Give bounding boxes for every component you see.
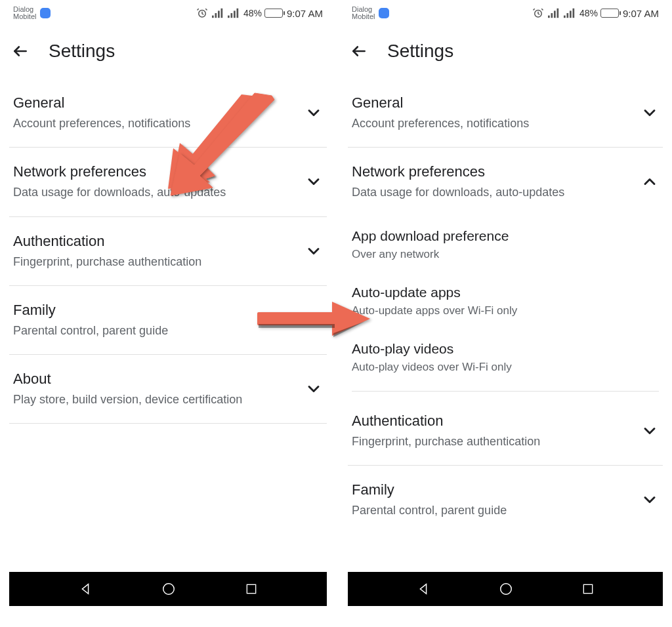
svg-rect-11 [247, 584, 255, 593]
battery-percent-label: 48% [243, 8, 262, 18]
chevron-down-icon [304, 242, 323, 260]
nav-home-icon[interactable] [161, 582, 176, 596]
subtitle-label: Fingerprint, purchase authentication [13, 254, 304, 270]
title-label: Family [13, 302, 304, 319]
svg-rect-16 [556, 9, 558, 18]
chevron-down-icon [304, 172, 323, 191]
signal-icon [548, 8, 560, 18]
status-bar: Dialog Mobitel 48% 9:07 [348, 0, 663, 24]
title-label: General [352, 94, 640, 111]
settings-item-family[interactable]: Family Parental control, parent guide [9, 286, 327, 355]
nav-recent-icon[interactable] [245, 582, 258, 596]
chevron-up-icon [640, 172, 659, 191]
svg-marker-21 [420, 584, 426, 594]
chevron-down-icon [304, 380, 323, 398]
sub-item-download-pref[interactable]: App download preference Over any network [348, 216, 663, 273]
title-label: General [13, 94, 304, 111]
battery-indicator: 48% [579, 8, 619, 18]
android-nav-bar [348, 572, 663, 606]
battery-percent-label: 48% [579, 8, 598, 18]
nav-home-icon[interactable] [499, 582, 513, 596]
signal-4g-icon [564, 8, 576, 18]
svg-rect-17 [564, 16, 566, 18]
svg-rect-20 [572, 9, 574, 18]
alarm-icon [196, 7, 208, 19]
svg-rect-4 [220, 9, 222, 18]
subtitle-label: Play store, build version, device certif… [13, 392, 304, 407]
settings-item-general[interactable]: General Account preferences, notificatio… [9, 79, 327, 148]
svg-rect-2 [215, 13, 217, 18]
title-label: Family [352, 481, 640, 498]
left-screenshot: Dialog Mobitel 48% 9:07 [0, 0, 336, 606]
app-header: Settings [348, 24, 663, 75]
subtitle-label: Data usage for downloads, auto-updates [13, 184, 304, 200]
sub-item-auto-update[interactable]: Auto-update apps Auto-update apps over W… [348, 273, 663, 329]
subtitle-label: Over any network [352, 248, 659, 261]
back-icon[interactable] [12, 43, 29, 60]
chevron-down-icon [640, 491, 659, 509]
title-label: Auto-update apps [352, 285, 659, 300]
settings-item-auth[interactable]: Authentication Fingerprint, purchase aut… [348, 397, 663, 466]
right-screenshot: Dialog Mobitel 48% 9:07 [336, 0, 672, 606]
alarm-icon [532, 7, 544, 19]
signal-icon [212, 8, 224, 18]
svg-rect-19 [570, 10, 572, 18]
subtitle-label: Parental control, parent guide [13, 323, 304, 338]
chevron-down-icon [640, 104, 659, 122]
settings-list: General Account preferences, notificatio… [348, 75, 663, 534]
page-title: Settings [49, 41, 115, 62]
svg-rect-3 [218, 10, 220, 18]
title-label: Authentication [352, 413, 640, 430]
title-label: About [13, 371, 304, 388]
svg-marker-9 [82, 584, 88, 594]
svg-rect-8 [236, 9, 238, 18]
android-nav-bar [9, 572, 327, 606]
title-label: Authentication [13, 233, 304, 250]
sub-item-auto-play[interactable]: Auto-play videos Auto-play videos over W… [348, 329, 663, 386]
settings-list: General Account preferences, notificatio… [9, 75, 327, 424]
subtitle-label: Auto-play videos over Wi-Fi only [352, 361, 659, 374]
svg-rect-5 [228, 16, 230, 18]
chevron-down-icon [304, 311, 323, 329]
settings-item-network[interactable]: Network preferences Data usage for downl… [348, 148, 663, 216]
clock-label: 9:07 AM [623, 8, 659, 19]
svg-rect-15 [554, 10, 556, 18]
settings-item-auth[interactable]: Authentication Fingerprint, purchase aut… [9, 217, 327, 286]
battery-indicator: 48% [243, 8, 283, 18]
chevron-down-icon [304, 104, 323, 122]
subtitle-label: Fingerprint, purchase authentication [352, 434, 640, 449]
settings-item-about[interactable]: About Play store, build version, device … [9, 355, 327, 424]
carrier-label: Dialog Mobitel [352, 6, 375, 20]
svg-rect-1 [212, 16, 214, 18]
svg-point-22 [501, 584, 512, 595]
subtitle-label: Auto-update apps over Wi-Fi only [352, 304, 659, 317]
subtitle-label: Parental control, parent guide [352, 502, 640, 518]
svg-rect-23 [583, 584, 592, 593]
svg-rect-18 [566, 13, 568, 18]
title-label: App download preference [352, 228, 659, 244]
title-label: Network preferences [352, 163, 640, 180]
nav-back-icon[interactable] [416, 582, 430, 596]
chevron-down-icon [640, 422, 659, 440]
app-header: Settings [9, 24, 327, 75]
carrier-label: Dialog Mobitel [13, 6, 36, 20]
divider [352, 391, 659, 392]
nav-back-icon[interactable] [78, 582, 93, 596]
page-title: Settings [387, 41, 453, 62]
notification-badge-icon [379, 8, 389, 18]
settings-item-general[interactable]: General Account preferences, notificatio… [348, 79, 663, 148]
nav-recent-icon[interactable] [581, 582, 595, 596]
signal-4g-icon [228, 8, 240, 18]
settings-item-network[interactable]: Network preferences Data usage for downl… [9, 148, 327, 216]
subtitle-label: Account preferences, notifications [13, 115, 304, 131]
svg-rect-6 [230, 13, 232, 18]
svg-rect-7 [234, 10, 236, 18]
subtitle-label: Account preferences, notifications [352, 115, 640, 131]
svg-point-10 [163, 584, 175, 595]
back-icon[interactable] [350, 43, 368, 60]
clock-label: 9:07 AM [287, 8, 323, 19]
title-label: Auto-play videos [352, 341, 659, 357]
status-bar: Dialog Mobitel 48% 9:07 [9, 0, 327, 24]
settings-item-family[interactable]: Family Parental control, parent guide [348, 466, 663, 534]
title-label: Network preferences [13, 163, 304, 180]
